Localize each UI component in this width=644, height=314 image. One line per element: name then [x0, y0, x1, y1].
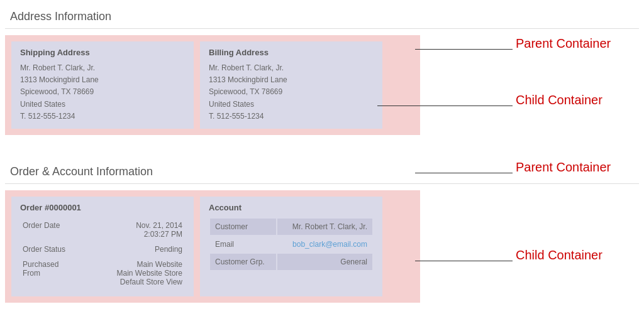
billing-address-text: Mr. Robert T. Clark, Jr. 1313 Mockingbir… — [209, 62, 374, 122]
purchased-from-label: PurchasedFrom — [21, 257, 86, 289]
address-parent-container: Shipping Address Mr. Robert T. Clark, Jr… — [5, 35, 420, 135]
account-heading: Account — [209, 203, 374, 212]
order-status-value: Pending — [87, 242, 184, 256]
shipping-line3: Spicewood, TX 78669 — [20, 87, 94, 96]
shipping-address-text: Mr. Robert T. Clark, Jr. 1313 Mockingbir… — [20, 62, 185, 122]
order-details-col: Order #0000001 Order Date Nov. 21, 20142… — [11, 197, 194, 296]
shipping-line5: T. 512-555-1234 — [20, 112, 75, 121]
order-table: Order Date Nov. 21, 20142:03:27 PM Order… — [20, 217, 185, 290]
shipping-line2: 1313 Mockingbird Lane — [20, 75, 99, 84]
order-date-value: Nov. 21, 20142:03:27 PM — [87, 219, 184, 241]
customer-grp-label: Customer Grp. — [210, 254, 276, 270]
table-row: Order Date Nov. 21, 20142:03:27 PM — [21, 219, 184, 241]
customer-label: Customer — [210, 219, 276, 235]
billing-line3: Spicewood, TX 78669 — [209, 87, 282, 96]
purchased-from-value: Main WebsiteMain Website StoreDefault St… — [87, 257, 184, 289]
address-section-title: Address Information — [5, 5, 639, 29]
order-parent-container: Order #0000001 Order Date Nov. 21, 20142… — [5, 190, 420, 303]
order-date-label: Order Date — [21, 219, 86, 241]
order-section-title: Order & Account Information — [5, 160, 639, 184]
email-value: bob_clark@email.com — [277, 236, 372, 252]
customer-grp-value: General — [277, 254, 372, 270]
order-section: Order & Account Information Order #00000… — [5, 160, 639, 314]
table-row: PurchasedFrom Main WebsiteMain Website S… — [21, 257, 184, 289]
shipping-heading: Shipping Address — [20, 48, 185, 57]
billing-line5: T. 512-555-1234 — [209, 112, 264, 121]
billing-address-col: Billing Address Mr. Robert T. Clark, Jr.… — [200, 41, 382, 129]
billing-line1: Mr. Robert T. Clark, Jr. — [209, 63, 284, 72]
address-section: Address Information Shipping Address Mr.… — [5, 5, 639, 148]
billing-line2: 1313 Mockingbird Lane — [209, 75, 287, 84]
table-row: Customer Mr. Robert T. Clark, Jr. — [210, 219, 372, 235]
order-row: Order #0000001 Order Date Nov. 21, 20142… — [11, 197, 414, 296]
shipping-line4: United States — [20, 100, 65, 109]
email-label: Email — [210, 236, 276, 252]
customer-value: Mr. Robert T. Clark, Jr. — [277, 219, 372, 235]
table-row: Order Status Pending — [21, 242, 184, 256]
account-col: Account Customer Mr. Robert T. Clark, Jr… — [200, 197, 382, 296]
order-heading: Order #0000001 — [20, 203, 185, 212]
shipping-line1: Mr. Robert T. Clark, Jr. — [20, 63, 95, 72]
order-status-label: Order Status — [21, 242, 86, 256]
table-row: Email bob_clark@email.com — [210, 236, 372, 252]
billing-line4: United States — [209, 100, 254, 109]
table-row: Customer Grp. General — [210, 254, 372, 270]
billing-heading: Billing Address — [209, 48, 374, 57]
shipping-address-col: Shipping Address Mr. Robert T. Clark, Jr… — [11, 41, 194, 129]
account-table: Customer Mr. Robert T. Clark, Jr. Email … — [209, 217, 374, 271]
address-row: Shipping Address Mr. Robert T. Clark, Jr… — [11, 41, 414, 129]
